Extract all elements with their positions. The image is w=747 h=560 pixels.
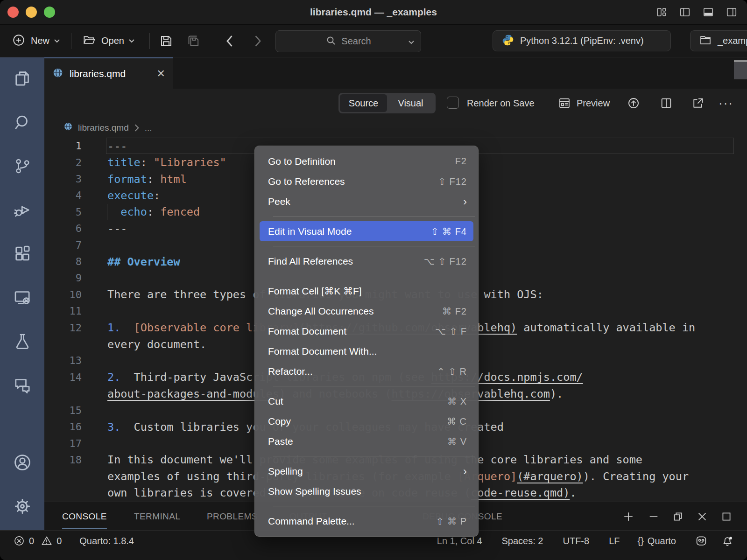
toggle-secondary-sidebar-icon[interactable] <box>726 6 738 18</box>
menu-item-spelling[interactable]: Spelling› <box>255 461 478 481</box>
more-actions-icon[interactable]: ··· <box>719 89 733 118</box>
toggle-primary-sidebar-icon[interactable] <box>679 6 691 18</box>
code-text: format: html <box>107 173 187 186</box>
open-external-icon[interactable] <box>691 97 705 112</box>
comments-icon[interactable] <box>12 375 33 396</box>
breadcrumb-more[interactable]: ... <box>145 123 152 133</box>
project-folder-icon <box>699 34 712 49</box>
search-icon[interactable] <box>12 112 33 133</box>
forward-button[interactable] <box>253 25 263 57</box>
preview-label[interactable]: Preview <box>577 89 610 118</box>
submenu-chevron-icon: › <box>463 195 467 208</box>
panel-tab-problems[interactable]: PROBLEMS <box>207 502 258 531</box>
line-number: 7 <box>44 239 82 251</box>
menu-item-find-all-references[interactable]: Find All References⌥ ⇧ F12 <box>255 251 478 271</box>
panel-tab-console[interactable]: CONSOLE <box>62 502 107 531</box>
menu-item-copy[interactable]: Copy⌘ C <box>255 411 478 431</box>
python-logo-icon <box>501 34 514 49</box>
toggle-source[interactable]: Source <box>340 94 387 112</box>
code-text: execute: <box>107 189 160 202</box>
editor-scrollbar[interactable] <box>734 57 747 421</box>
line-number: 1 <box>44 140 82 152</box>
customize-layout-icon[interactable] <box>655 6 668 18</box>
project-button[interactable]: _examples <box>690 30 747 51</box>
search-input[interactable]: Search <box>275 30 421 52</box>
run-debug-icon[interactable] <box>12 200 33 220</box>
menu-item-go-to-definition[interactable]: Go to DefinitionF2 <box>255 151 478 171</box>
menu-item-show-spelling-issues[interactable]: Show Spelling Issues <box>255 481 478 501</box>
sessions-icon[interactable] <box>12 287 33 308</box>
encoding-status[interactable]: UTF-8 <box>563 536 589 546</box>
add-icon[interactable] <box>622 511 634 523</box>
menu-item-paste[interactable]: Paste⌘ V <box>255 431 478 451</box>
line-number: 3 <box>44 173 82 185</box>
top-action-bar: New Open <box>0 25 747 57</box>
menu-item-go-to-references[interactable]: Go to References⇧ F12 <box>255 171 478 191</box>
code-text: title: "Libraries" <box>107 156 226 169</box>
line-number: 5 <box>44 206 82 218</box>
line-number: 11 <box>44 305 82 317</box>
language-mode-status[interactable]: {}Quarto <box>637 536 676 546</box>
close-tab-icon[interactable]: ✕ <box>157 68 165 80</box>
app-window: libraries.qmd — _examples <box>0 0 747 560</box>
line-number: 17 <box>44 438 82 449</box>
line-number: 16 <box>44 421 82 433</box>
minimize-icon[interactable] <box>648 511 660 523</box>
back-button[interactable] <box>224 25 234 57</box>
activity-bar <box>0 57 44 531</box>
line-number: 9 <box>44 272 82 284</box>
explorer-icon[interactable] <box>12 68 33 89</box>
close-panel-icon[interactable] <box>696 511 708 523</box>
menu-item-command-palette[interactable]: Command Palette...⇧ ⌘ P <box>255 511 478 531</box>
restore-panel-icon[interactable] <box>672 511 684 523</box>
chevron-down-icon[interactable] <box>408 38 415 47</box>
menu-item-cut[interactable]: Cut⌘ X <box>255 391 478 411</box>
tab-libraries-qmd[interactable]: libraries.qmd ✕ <box>44 57 173 89</box>
menu-item-refactor[interactable]: Refactor...⌃ ⇧ R <box>255 361 478 381</box>
window-title: libraries.qmd — _examples <box>0 0 747 24</box>
render-on-save-label: Render on Save <box>467 89 535 118</box>
interpreter-selector[interactable]: Python 3.12.1 (PipEnv: .venv) <box>493 30 671 51</box>
preview-icon[interactable] <box>558 97 571 112</box>
open-button[interactable]: Open <box>82 25 135 57</box>
tab-label: libraries.qmd <box>70 68 126 79</box>
breadcrumb[interactable]: libraries.qmd ... <box>44 118 747 138</box>
maximize-panel-icon[interactable] <box>720 511 733 523</box>
testing-icon[interactable] <box>12 331 33 352</box>
problems-status[interactable]: 0 0 <box>13 535 62 547</box>
context-menu: Go to DefinitionF2Go to References⇧ F12P… <box>254 146 479 537</box>
source-control-icon[interactable] <box>12 156 33 176</box>
scrollbar-thumb[interactable] <box>734 62 747 79</box>
menu-item-format-document-with[interactable]: Format Document With... <box>255 341 478 361</box>
line-number: 2 <box>44 157 82 168</box>
split-editor-icon[interactable] <box>660 97 673 112</box>
extensions-icon[interactable] <box>12 244 33 264</box>
code-text: echo: fenced <box>107 205 200 218</box>
menu-item-format-document[interactable]: Format Document⌥ ⇧ F <box>255 321 478 341</box>
quarto-version-status[interactable]: Quarto: 1.8.4 <box>79 536 134 546</box>
breadcrumb-file[interactable]: libraries.qmd <box>78 123 129 133</box>
save-button[interactable] <box>159 25 174 57</box>
eol-status[interactable]: LF <box>609 536 620 546</box>
menu-item-edit-in-visual-mode[interactable]: Edit in Visual Mode⇧ ⌘ F4 <box>260 221 473 241</box>
line-number: 8 <box>44 256 82 267</box>
line-number: 14 <box>44 371 82 383</box>
panel-tab-terminal[interactable]: TERMINAL <box>134 502 180 531</box>
source-visual-toggle: Source Visual <box>338 93 436 113</box>
render-on-save-checkbox[interactable] <box>447 97 459 109</box>
menu-item-format-cell-k-f[interactable]: Format Cell [⌘K ⌘F] <box>255 281 478 301</box>
settings-gear-icon[interactable] <box>12 496 33 517</box>
new-button[interactable]: New <box>12 25 61 57</box>
cursor-position-status[interactable]: Ln 1, Col 4 <box>437 536 482 546</box>
menu-item-peek[interactable]: Peek› <box>255 191 478 211</box>
save-all-button[interactable] <box>186 25 202 57</box>
feedback-icon[interactable] <box>695 534 708 547</box>
indentation-status[interactable]: Spaces: 2 <box>502 536 543 546</box>
menu-item-change-all-occurrences[interactable]: Change All Occurrences⌘ F2 <box>255 301 478 321</box>
toggle-visual[interactable]: Visual <box>387 94 434 112</box>
toggle-panel-icon[interactable] <box>702 6 714 18</box>
save-icon <box>159 34 174 49</box>
account-icon[interactable] <box>12 452 33 473</box>
notifications-bell-icon[interactable] <box>721 534 734 547</box>
render-icon[interactable] <box>627 97 640 112</box>
